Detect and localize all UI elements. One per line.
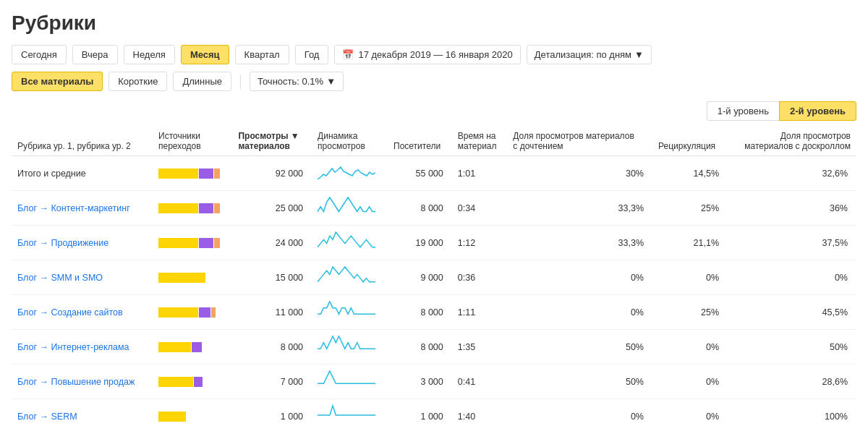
row-bars	[153, 226, 232, 260]
summary-views: 92 000	[232, 156, 312, 191]
detail-label: Детализация: по дням	[535, 49, 631, 60]
row-recirc: 0%	[652, 330, 728, 365]
row-views: 11 000	[232, 295, 312, 330]
row-bars	[153, 330, 232, 365]
row-scroll-share: 28,6%	[728, 365, 856, 399]
accuracy-dropdown[interactable]: Точность: 0.1% ▼	[250, 72, 344, 91]
row-recirc: 0%	[652, 260, 728, 295]
row-visitors: 3 000	[388, 365, 452, 399]
row-read-share: 0%	[507, 399, 652, 427]
table-row: Блог → Повышение продаж 7 000 3 000 0:41…	[12, 365, 856, 399]
row-views: 7 000	[232, 365, 312, 399]
row-visitors: 1 000	[388, 399, 452, 427]
row-bars	[153, 399, 232, 427]
row-time: 1:35	[452, 330, 508, 365]
btn-all-materials[interactable]: Все материалы	[12, 72, 103, 91]
row-read-share: 50%	[507, 330, 652, 365]
chevron-down-icon: ▼	[634, 49, 644, 60]
btn-level-1[interactable]: 1-й уровень	[707, 101, 779, 121]
row-read-share: 33,3%	[507, 191, 652, 226]
divider	[240, 74, 241, 89]
summary-time: 1:01	[452, 156, 508, 191]
row-sparkline	[312, 226, 388, 260]
row-scroll-share: 37,5%	[728, 226, 856, 260]
col-time: Время наматериал	[452, 127, 508, 156]
level-buttons-container: 1-й уровень 2-й уровень	[12, 101, 856, 121]
page-title: Рубрики	[12, 12, 856, 35]
date-range-text: 17 декабря 2019 — 16 января 2020	[358, 49, 512, 60]
row-bars	[153, 260, 232, 295]
chevron-down-icon: ▼	[326, 76, 336, 87]
btn-yesterday[interactable]: Вчера	[72, 45, 118, 64]
btn-year[interactable]: Год	[295, 45, 329, 64]
row-label[interactable]: Блог → Создание сайтов	[12, 295, 153, 330]
table-row: Блог → Создание сайтов 11 000 8 000 1:11…	[12, 295, 856, 330]
summary-recirc: 14,5%	[652, 156, 728, 191]
table-row: Блог → Контент-маркетинг 25 000 8 000 0:…	[12, 191, 856, 226]
row-time: 0:36	[452, 260, 508, 295]
btn-short[interactable]: Короткие	[109, 72, 167, 91]
row-label[interactable]: Блог → Повышение продаж	[12, 365, 153, 399]
row-sparkline	[312, 295, 388, 330]
summary-read-share: 30%	[507, 156, 652, 191]
btn-level-2[interactable]: 2-й уровень	[779, 101, 856, 121]
row-views: 24 000	[232, 226, 312, 260]
row-label[interactable]: Блог → Продвижение	[12, 226, 153, 260]
col-read-share: Доля просмотров материаловс дочтением	[507, 127, 652, 156]
row-sparkline	[312, 191, 388, 226]
btn-month[interactable]: Месяц	[181, 45, 229, 64]
row-visitors: 8 000	[388, 330, 452, 365]
row-label[interactable]: Блог → SERM	[12, 399, 153, 427]
btn-long[interactable]: Длинные	[173, 72, 231, 91]
material-toolbar: Все материалы Короткие Длинные Точность:…	[12, 72, 856, 91]
row-label[interactable]: Блог → Контент-маркетинг	[12, 191, 153, 226]
col-dynamics: Динамикапросмотров	[312, 127, 388, 156]
row-recirc: 25%	[652, 295, 728, 330]
period-toolbar: Сегодня Вчера Неделя Месяц Квартал Год 📅…	[12, 45, 856, 64]
col-rubric: Рубрика ур. 1, рубрика ур. 2	[12, 127, 153, 156]
row-views: 8 000	[232, 330, 312, 365]
row-recirc: 21,1%	[652, 226, 728, 260]
row-bars	[153, 365, 232, 399]
row-scroll-share: 50%	[728, 330, 856, 365]
row-read-share: 0%	[507, 260, 652, 295]
row-sparkline	[312, 365, 388, 399]
summary-row: Итого и средние 92 000 55 000 1:01 30% 1…	[12, 156, 856, 191]
summary-bars	[153, 156, 232, 191]
row-read-share: 50%	[507, 365, 652, 399]
table-row: Блог → Интернет-реклама 8 000 8 000 1:35…	[12, 330, 856, 365]
date-range-picker[interactable]: 📅 17 декабря 2019 — 16 января 2020	[334, 45, 520, 64]
btn-quarter[interactable]: Квартал	[235, 45, 289, 64]
row-read-share: 33,3%	[507, 226, 652, 260]
data-table: Рубрика ур. 1, рубрика ур. 2 Источникипе…	[12, 127, 856, 426]
table-row: Блог → Продвижение 24 000 19 000 1:12 33…	[12, 226, 856, 260]
row-visitors: 8 000	[388, 191, 452, 226]
row-label[interactable]: Блог → SMM и SMO	[12, 260, 153, 295]
row-visitors: 8 000	[388, 295, 452, 330]
row-views: 1 000	[232, 399, 312, 427]
row-read-share: 0%	[507, 295, 652, 330]
table-row: Блог → SMM и SMO 15 000 9 000 0:36 0% 0%…	[12, 260, 856, 295]
table-row: Блог → SERM 1 000 1 000 1:40 0% 0% 100%	[12, 399, 856, 427]
summary-visitors: 55 000	[388, 156, 452, 191]
summary-sparkline	[312, 156, 388, 191]
btn-week[interactable]: Неделя	[124, 45, 175, 64]
row-sparkline	[312, 260, 388, 295]
row-scroll-share: 100%	[728, 399, 856, 427]
row-label[interactable]: Блог → Интернет-реклама	[12, 330, 153, 365]
detail-dropdown[interactable]: Детализация: по дням ▼	[527, 45, 652, 64]
row-sparkline	[312, 399, 388, 427]
col-recirc: Рециркуляция	[652, 127, 728, 156]
col-sources: Источникипереходов	[153, 127, 232, 156]
row-time: 1:11	[452, 295, 508, 330]
row-sparkline	[312, 330, 388, 365]
row-scroll-share: 0%	[728, 260, 856, 295]
row-views: 25 000	[232, 191, 312, 226]
col-views[interactable]: Просмотры ▼материалов	[232, 127, 312, 156]
row-bars	[153, 191, 232, 226]
row-views: 15 000	[232, 260, 312, 295]
row-scroll-share: 45,5%	[728, 295, 856, 330]
btn-today[interactable]: Сегодня	[12, 45, 67, 64]
col-scroll-share: Доля просмотровматериалов с доскроллом	[728, 127, 856, 156]
row-recirc: 0%	[652, 365, 728, 399]
